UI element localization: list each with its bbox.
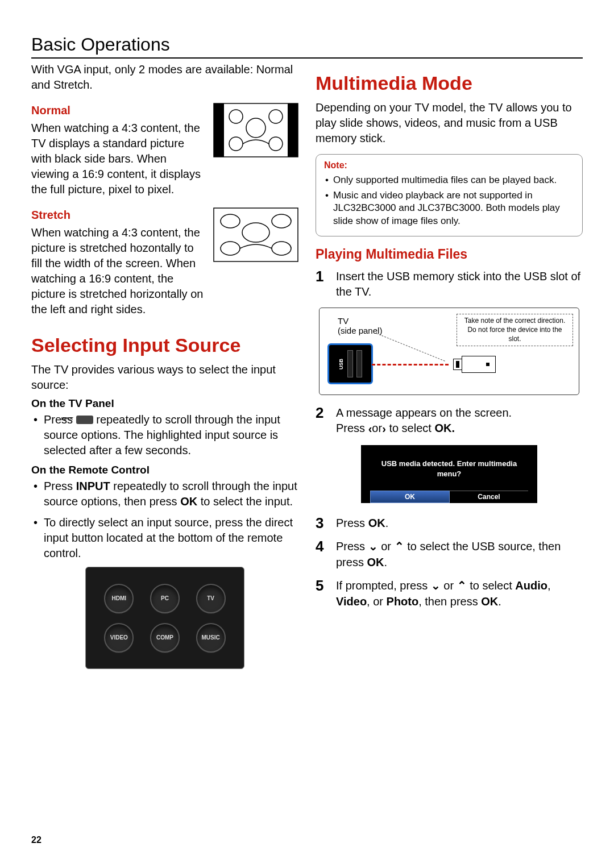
step-4-num: 4 (316, 539, 328, 570)
chevron-up-icon: ⌃ (457, 578, 467, 593)
chevron-left-icon: ‹ (368, 421, 372, 437)
remote-diagram: HDMI PC TV VIDEO COMP MUSIC (85, 567, 244, 669)
svg-rect-0 (214, 103, 298, 157)
tv-panel-heading: On the TV Panel (31, 397, 298, 410)
remote-btn-hdmi: HDMI (104, 584, 134, 613)
note-item-2: Music and video playback are not support… (333, 189, 575, 229)
step-5-text: If prompted, press ⌄ or ⌃ to select Audi… (336, 578, 583, 609)
normal-heading: Normal (31, 103, 205, 118)
note-title: Note: (324, 159, 575, 172)
remote-btn-music: MUSIC (196, 623, 226, 653)
usb-dialog: USB media detected. Enter multimedia men… (361, 445, 537, 503)
stretch-text: When watching a 4:3 content, the picture… (31, 225, 205, 317)
multimedia-heading: Multimedia Mode (316, 72, 583, 94)
playing-files-heading: Playing Multimedia Files (316, 247, 583, 262)
step-5-num: 5 (316, 578, 328, 609)
right-column: Multimedia Mode Depending on your TV mod… (316, 62, 583, 669)
usb-port-icon: USB (327, 343, 373, 384)
chevron-down-icon: ⌄ (368, 539, 378, 554)
stretch-diagram (213, 207, 298, 262)
remote-bullet-1: Press INPUT repeatedly to scroll through… (42, 479, 298, 509)
usb-arrow (372, 364, 449, 366)
svg-rect-1 (214, 103, 224, 157)
chevron-up-icon: ⌃ (395, 539, 404, 554)
remote-btn-tv: TV (196, 584, 226, 613)
remote-btn-video: VIDEO (104, 623, 134, 653)
note-box: Note: Only supported multimedia files ca… (316, 154, 583, 236)
remote-bullet-2: To directly select an input source, pres… (42, 515, 298, 561)
svg-rect-2 (288, 103, 298, 157)
step-3-num: 3 (316, 516, 328, 531)
remote-heading: On the Remote Control (31, 464, 298, 476)
step-3-text: Press OK. (336, 516, 583, 531)
step-4-text: Press ⌄ or ⌃ to select the USB source, t… (336, 539, 583, 570)
usb-callout-line (376, 333, 445, 362)
step-1-text: Insert the USB memory stick into the USB… (336, 269, 583, 300)
dialog-cancel-button: Cancel (450, 491, 528, 503)
selecting-input-intro: The TV provides various ways to select t… (31, 362, 298, 393)
multimedia-intro: Depending on your TV model, the TV allow… (316, 100, 583, 146)
chevron-down-icon: ⌄ (431, 578, 441, 593)
step-2-num: 2 (316, 405, 328, 437)
remote-btn-pc: PC (150, 584, 180, 613)
normal-diagram (213, 103, 298, 157)
remote-btn-comp: COMP (150, 623, 180, 653)
step-1-num: 1 (316, 269, 328, 300)
stretch-heading: Stretch (31, 207, 205, 223)
chevron-right-icon: › (382, 421, 386, 437)
left-column: With VGA input, only 2 modes are availab… (31, 62, 298, 669)
usb-callout: Take note of the correct direction. Do n… (457, 314, 573, 346)
svg-rect-8 (214, 208, 298, 261)
note-item-1: Only supported multimedia files can be p… (333, 174, 575, 187)
usb-diagram: TV (side panel) Take note of the correct… (319, 308, 579, 395)
step-2-text: A message appears on the screen. Press ‹… (336, 405, 583, 437)
input-key-icon (76, 416, 93, 424)
selecting-input-heading: Selecting Input Source (31, 334, 298, 356)
page-number: 22 (31, 835, 42, 845)
dialog-message: USB media detected. Enter multimedia men… (370, 459, 528, 479)
usb-stick-icon (462, 356, 496, 373)
dialog-ok-button: OK (370, 491, 450, 503)
vga-intro: With VGA input, only 2 modes are availab… (31, 62, 298, 93)
normal-text: When watching a 4:3 content, the TV disp… (31, 121, 205, 197)
page-title: Basic Operations (31, 34, 583, 59)
tv-panel-bullet: Press repeatedly to scroll through the i… (42, 412, 298, 458)
